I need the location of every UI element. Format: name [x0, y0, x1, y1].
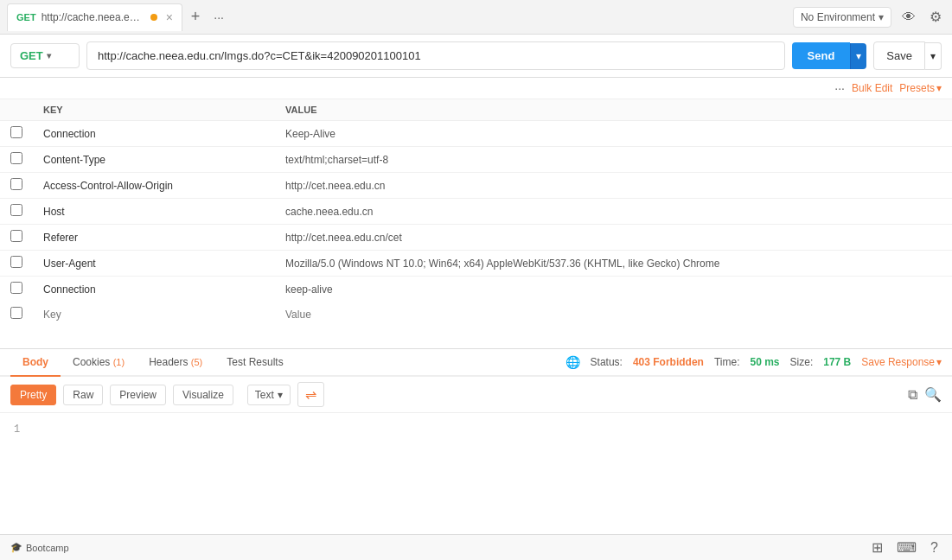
key-col-header: KEY: [33, 99, 275, 121]
env-arrow-icon: ▾: [879, 11, 884, 23]
response-tabs: Body Cookies (1) Headers (5) Test Result…: [0, 349, 952, 377]
table-row: Host cache.neea.edu.cn: [0, 199, 952, 225]
tab-bar-right: No Environment ▾ 👁 ⚙: [793, 5, 945, 29]
new-value-input[interactable]: [285, 309, 942, 321]
code-area: [30, 423, 938, 524]
header-key: User-Agent: [33, 251, 275, 277]
headers-more-button[interactable]: ···: [834, 81, 845, 95]
table-row: Content-Type text/html;charset=utf-8: [0, 147, 952, 173]
save-button[interactable]: Save: [873, 41, 925, 70]
body-content: 1: [0, 413, 952, 534]
headers-section: ··· Bulk Edit Presets ▾ KEY VALUE: [0, 78, 952, 349]
header-value: http://cet.neea.edu.cn: [275, 173, 952, 199]
save-response-button[interactable]: Save Response ▾: [861, 356, 942, 368]
tab-unsaved-dot: [150, 14, 157, 21]
method-value: GET: [20, 49, 43, 62]
bootcamp-label: Bootcamp: [26, 543, 69, 553]
tab-body[interactable]: Body: [10, 349, 61, 377]
raw-button[interactable]: Raw: [63, 385, 103, 405]
table-row: Connection Keep-Alive: [0, 121, 952, 147]
preview-button[interactable]: Preview: [110, 385, 166, 405]
row-checkbox[interactable]: [10, 126, 22, 138]
wrap-button[interactable]: ⇌: [297, 382, 324, 407]
environment-selector[interactable]: No Environment ▾: [793, 7, 891, 28]
body-toolbar-right: ⧉ 🔍: [908, 386, 942, 403]
tab-method: GET: [16, 12, 36, 22]
header-key: Access-Control-Allow-Origin: [33, 173, 275, 199]
size-value: 177 B: [823, 356, 851, 368]
active-tab[interactable]: GET http://cache.neea.edu.cn/Imgs.... ×: [7, 3, 182, 31]
new-tab-button[interactable]: +: [186, 8, 206, 26]
response-status: 🌐 Status: 403 Forbidden Time: 50 ms Size…: [565, 355, 942, 369]
help-icon-button[interactable]: ?: [927, 537, 942, 559]
format-selector[interactable]: Text ▾: [247, 385, 291, 405]
table-row: Referer http://cet.neea.edu.cn/cet: [0, 225, 952, 251]
status-label: Status:: [591, 356, 623, 368]
time-label: Time:: [714, 356, 740, 368]
send-button[interactable]: Send: [792, 42, 851, 69]
header-key: Host: [33, 199, 275, 225]
tab-test-results[interactable]: Test Results: [214, 349, 295, 377]
request-bar: GET ▾ Send ▾ Save ▾: [0, 35, 952, 78]
method-arrow-icon: ▾: [47, 51, 51, 60]
scheme-icon-button[interactable]: ⊞: [868, 536, 886, 559]
table-row: Access-Control-Allow-Origin http://cet.n…: [0, 173, 952, 199]
eye-icon-button[interactable]: 👁: [898, 6, 919, 29]
tab-cookies[interactable]: Cookies (1): [61, 349, 137, 377]
row-checkbox[interactable]: [10, 152, 22, 164]
value-col-header: VALUE: [275, 99, 952, 121]
presets-button[interactable]: Presets ▾: [899, 82, 942, 94]
row-checkbox[interactable]: [10, 230, 22, 242]
more-tabs-button[interactable]: ···: [208, 10, 229, 24]
pretty-button[interactable]: Pretty: [10, 385, 56, 405]
line-numbers: 1: [14, 423, 20, 524]
header-value: http://cet.neea.edu.cn/cet: [275, 225, 952, 251]
save-dropdown-button[interactable]: ▾: [925, 42, 942, 70]
headers-table: KEY VALUE Connection Keep-Alive Content-…: [0, 99, 952, 327]
bottom-bar-right: ⊞ ⌨ ?: [868, 536, 942, 559]
bootcamp-icon: 🎓: [10, 542, 22, 553]
tab-headers[interactable]: Headers (5): [137, 349, 214, 377]
row-checkbox[interactable]: [10, 282, 22, 294]
header-key: Connection: [33, 277, 275, 302]
header-value: keep-alive: [275, 277, 952, 302]
header-key: Content-Type: [33, 147, 275, 173]
tab-url: http://cache.neea.edu.cn/Imgs....: [42, 11, 145, 23]
main-layout: GET ▾ Send ▾ Save ▾ ··· Bulk Edit Preset…: [0, 35, 952, 560]
save-button-group: Save ▾: [873, 41, 942, 70]
format-value: Text: [255, 389, 274, 401]
body-toolbar: Pretty Raw Preview Visualize Text ▾ ⇌ ⧉ …: [0, 377, 952, 413]
environment-label: No Environment: [801, 11, 875, 23]
visualize-button[interactable]: Visualize: [173, 385, 233, 405]
header-value: cache.neea.edu.cn: [275, 199, 952, 225]
time-value: 50 ms: [751, 356, 780, 368]
send-button-group: Send ▾: [792, 42, 867, 69]
send-dropdown-button[interactable]: ▾: [850, 43, 866, 69]
size-label: Size:: [790, 356, 814, 368]
row-checkbox[interactable]: [10, 178, 22, 190]
row-checkbox[interactable]: [10, 204, 22, 216]
tab-close-icon[interactable]: ×: [166, 10, 173, 24]
new-header-row: [0, 302, 952, 327]
header-value: text/html;charset=utf-8: [275, 147, 952, 173]
search-icon-button[interactable]: 🔍: [924, 386, 942, 403]
new-row-checkbox[interactable]: [10, 307, 22, 319]
method-selector[interactable]: GET ▾: [10, 43, 80, 68]
header-key: Referer: [33, 225, 275, 251]
header-value: Keep-Alive: [275, 121, 952, 147]
table-row: User-Agent Mozilla/5.0 (Windows NT 10.0;…: [0, 251, 952, 277]
url-input[interactable]: [86, 41, 785, 70]
new-key-input[interactable]: [43, 309, 265, 321]
globe-icon: 🌐: [565, 355, 580, 369]
bulk-edit-button[interactable]: Bulk Edit: [852, 82, 892, 94]
copy-icon-button[interactable]: ⧉: [908, 386, 917, 403]
header-value: Mozilla/5.0 (Windows NT 10.0; Win64; x64…: [275, 251, 952, 277]
bootcamp-section: 🎓 Bootcamp: [10, 542, 69, 553]
keyboard-icon-button[interactable]: ⌨: [893, 536, 920, 559]
table-row: Connection keep-alive: [0, 277, 952, 302]
settings-icon-button[interactable]: ⚙: [926, 5, 945, 29]
tab-bar: GET http://cache.neea.edu.cn/Imgs.... × …: [0, 0, 952, 35]
row-checkbox[interactable]: [10, 256, 22, 268]
format-arrow-icon: ▾: [278, 389, 283, 401]
checkbox-col-header: [0, 99, 33, 121]
